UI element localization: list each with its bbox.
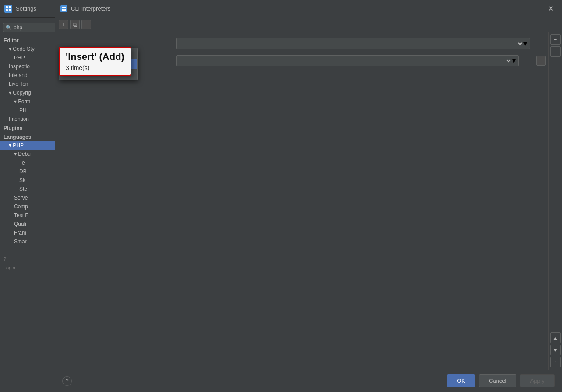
- search-icon: 🔍: [6, 25, 12, 31]
- copy-button[interactable]: ⧉: [70, 20, 80, 29]
- apply-button[interactable]: Apply: [520, 374, 555, 387]
- sidebar-item-ph[interactable]: PH: [0, 106, 59, 115]
- sidebar-item-servers[interactable]: Serve: [0, 193, 59, 202]
- right-toolbar: + — ▲ ▼ ↕: [548, 32, 562, 370]
- ok-button[interactable]: OK: [447, 374, 475, 387]
- move-up-button[interactable]: ▲: [550, 332, 561, 343]
- add-button[interactable]: +: [59, 20, 68, 29]
- sidebar-item-frameworks[interactable]: Fram: [0, 228, 59, 237]
- interpreter-detail-panel: ▾ ▾ ⋯ +: [169, 32, 562, 370]
- sidebar-item-sk[interactable]: Sk: [0, 176, 59, 185]
- settings-icon: [4, 5, 12, 13]
- sidebar-section-languages: Languages: [0, 132, 59, 141]
- action-tooltip-subtitle: 3 time(s): [66, 64, 124, 71]
- svg-rect-3: [9, 9, 11, 11]
- dialog-icon: [60, 5, 67, 12]
- sidebar-item-quality[interactable]: Quali: [0, 220, 59, 228]
- dropdown-row-2: ▾ ⋯: [173, 52, 546, 69]
- remove-button[interactable]: —: [81, 20, 91, 29]
- action-tooltip-title: 'Insert' (Add): [66, 51, 124, 63]
- search-box[interactable]: 🔍: [3, 23, 56, 32]
- sidebar-item-copyright[interactable]: ▾ Copyrig: [0, 88, 59, 97]
- sidebar-item-php-codestyle[interactable]: PHP: [0, 53, 59, 62]
- svg-rect-2: [6, 9, 8, 11]
- combo-select-1[interactable]: [179, 40, 523, 47]
- sort-button[interactable]: ↕: [550, 357, 561, 368]
- dialog-body: + ⧉ — Select CLI Interpreter Local... ..…: [55, 17, 562, 392]
- move-down-button[interactable]: ▼: [550, 345, 561, 355]
- sidebar-item-te[interactable]: Te: [0, 158, 59, 167]
- sidebar-item-form[interactable]: ▾ Form: [0, 97, 59, 106]
- remove-right-button[interactable]: —: [550, 46, 561, 57]
- svg-rect-0: [6, 6, 8, 8]
- sidebar-item-composer[interactable]: Comp: [0, 202, 59, 211]
- sidebar-item-intentions[interactable]: Intention: [0, 115, 59, 123]
- sidebar-item-livetemplates[interactable]: Live Ten: [0, 80, 59, 88]
- sidebar-section-editor: Editor: [0, 36, 59, 45]
- svg-rect-6: [62, 9, 64, 11]
- close-button[interactable]: ✕: [545, 4, 556, 14]
- search-input[interactable]: [14, 24, 53, 31]
- interpreter-list-panel: Nothing to show: [55, 32, 169, 370]
- combo-action-btn[interactable]: ⋯: [536, 56, 546, 66]
- combo-arrow-2: ▾: [512, 56, 516, 65]
- dialog-split: Nothing to show ▾: [55, 32, 562, 370]
- add-right-button[interactable]: +: [550, 34, 561, 45]
- settings-sidebar: 🔍 Editor ▾ Code Sty PHP Inspectio File a…: [0, 18, 59, 392]
- sidebar-item-ste[interactable]: Ste: [0, 185, 59, 193]
- sidebar-item-fileand[interactable]: File and: [0, 71, 59, 80]
- sidebar-item-codestyle[interactable]: ▾ Code Sty: [0, 45, 59, 53]
- dialog-footer: ? OK Cancel Apply: [55, 370, 562, 392]
- dialog-titlebar: CLI Interpreters ✕: [55, 0, 562, 17]
- svg-rect-7: [64, 9, 66, 11]
- combo-2[interactable]: ▾: [176, 55, 519, 66]
- action-tooltip: 'Insert' (Add) 3 time(s): [59, 47, 131, 76]
- combo-select-2[interactable]: [179, 57, 512, 64]
- dialog-toolbar: + ⧉ —: [55, 17, 562, 32]
- help-button[interactable]: ?: [62, 376, 72, 386]
- svg-rect-5: [64, 7, 66, 8]
- sidebar-bottom-help[interactable]: ?: [0, 255, 59, 263]
- sidebar-item-testframeworks[interactable]: Test F: [0, 211, 59, 220]
- combo-1[interactable]: ▾: [176, 38, 530, 49]
- dialog-title: CLI Interpreters: [71, 5, 545, 12]
- cli-interpreters-dialog: CLI Interpreters ✕ + ⧉ — Select CLI Inte…: [55, 0, 562, 392]
- sidebar-item-smarty[interactable]: Smar: [0, 237, 59, 246]
- sidebar-item-php[interactable]: ▾ PHP: [0, 141, 59, 150]
- sidebar-item-debug[interactable]: ▾ Debu: [0, 150, 59, 158]
- combo-arrow-1: ▾: [523, 39, 527, 48]
- sidebar-item-inspections[interactable]: Inspectio: [0, 62, 59, 71]
- settings-title: Settings: [16, 5, 36, 12]
- dropdown-row-1: ▾: [173, 38, 546, 49]
- svg-rect-1: [9, 6, 11, 8]
- cancel-button[interactable]: Cancel: [479, 374, 516, 387]
- sidebar-item-db[interactable]: DB: [0, 167, 59, 176]
- sidebar-section-plugins: Plugins: [0, 123, 59, 132]
- sidebar-login[interactable]: Login: [0, 263, 59, 272]
- interpreter-list: Nothing to show: [55, 32, 169, 370]
- detail-content: ▾ ▾ ⋯: [169, 32, 562, 370]
- svg-rect-4: [62, 7, 64, 8]
